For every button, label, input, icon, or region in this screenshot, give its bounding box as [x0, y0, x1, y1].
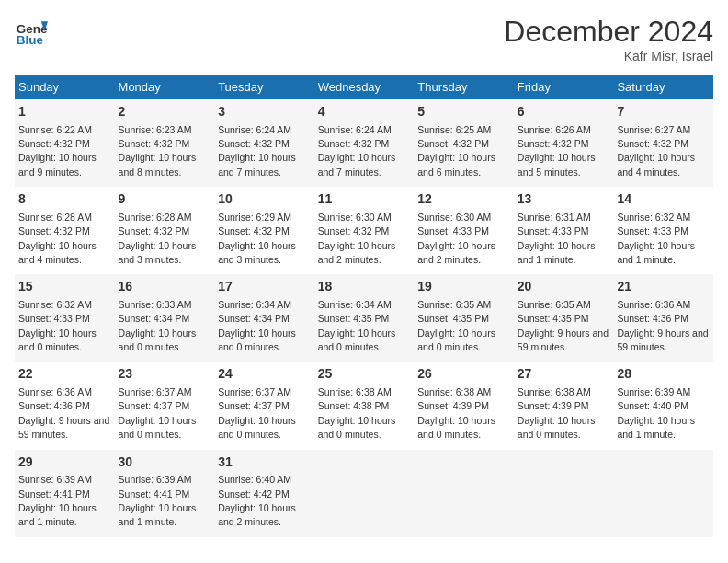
- day-info: Sunrise: 6:24 AMSunset: 4:32 PMDaylight:…: [318, 124, 396, 178]
- day-number: 15: [18, 278, 111, 296]
- day-info: Sunrise: 6:24 AMSunset: 4:32 PMDaylight:…: [218, 124, 296, 178]
- day-number: 31: [218, 454, 311, 472]
- day-number: 7: [617, 103, 710, 121]
- day-number: 19: [417, 278, 510, 296]
- calendar-week-2: 8 Sunrise: 6:28 AMSunset: 4:32 PMDayligh…: [15, 187, 713, 274]
- day-info: Sunrise: 6:32 AMSunset: 4:33 PMDaylight:…: [18, 299, 97, 352]
- day-number: 12: [417, 190, 510, 209]
- day-info: Sunrise: 6:30 AMSunset: 4:32 PMDaylight:…: [318, 212, 396, 265]
- day-number: 16: [119, 278, 211, 296]
- calendar-cell: 9 Sunrise: 6:28 AMSunset: 4:32 PMDayligh…: [115, 187, 215, 274]
- calendar-cell: [613, 450, 713, 537]
- calendar-cell: 16 Sunrise: 6:33 AMSunset: 4:34 PMDaylig…: [115, 274, 215, 362]
- day-number: 13: [518, 190, 610, 209]
- logo-icon: General Blue: [15, 15, 48, 48]
- calendar-cell: 25 Sunrise: 6:38 AMSunset: 4:38 PMDaylig…: [314, 362, 415, 449]
- calendar-cell: 5 Sunrise: 6:25 AMSunset: 4:32 PMDayligh…: [414, 99, 514, 187]
- calendar-cell: 14 Sunrise: 6:32 AMSunset: 4:33 PMDaylig…: [613, 187, 713, 274]
- calendar-cell: 10 Sunrise: 6:29 AMSunset: 4:32 PMDaylig…: [214, 187, 314, 274]
- day-info: Sunrise: 6:26 AMSunset: 4:32 PMDaylight:…: [518, 124, 596, 178]
- calendar-week-5: 29 Sunrise: 6:39 AMSunset: 4:41 PMDaylig…: [15, 450, 713, 537]
- day-info: Sunrise: 6:28 AMSunset: 4:32 PMDaylight:…: [119, 212, 197, 265]
- day-info: Sunrise: 6:35 AMSunset: 4:35 PMDaylight:…: [417, 299, 495, 352]
- day-number: 18: [318, 278, 411, 296]
- calendar-cell: 7 Sunrise: 6:27 AMSunset: 4:32 PMDayligh…: [613, 99, 713, 187]
- logo: General Blue: [15, 15, 48, 48]
- day-info: Sunrise: 6:29 AMSunset: 4:32 PMDaylight:…: [218, 212, 296, 265]
- calendar-table: SundayMondayTuesdayWednesdayThursdayFrid…: [15, 75, 713, 537]
- weekday-header-friday: Friday: [514, 75, 614, 99]
- page-header: General Blue December 2024 Kafr Misr, Is…: [15, 15, 713, 63]
- day-info: Sunrise: 6:38 AMSunset: 4:39 PMDaylight:…: [417, 386, 495, 440]
- day-info: Sunrise: 6:37 AMSunset: 4:37 PMDaylight:…: [218, 386, 296, 440]
- day-number: 20: [518, 278, 610, 296]
- weekday-header-monday: Monday: [115, 75, 215, 99]
- calendar-cell: 31 Sunrise: 6:40 AMSunset: 4:42 PMDaylig…: [214, 450, 314, 537]
- day-info: Sunrise: 6:39 AMSunset: 4:40 PMDaylight:…: [617, 386, 695, 440]
- location: Kafr Misr, Israel: [504, 49, 713, 63]
- calendar-week-1: 1 Sunrise: 6:22 AMSunset: 4:32 PMDayligh…: [15, 99, 713, 187]
- weekday-header-sunday: Sunday: [15, 75, 115, 99]
- title-area: December 2024 Kafr Misr, Israel: [504, 15, 713, 63]
- day-info: Sunrise: 6:35 AMSunset: 4:35 PMDaylight:…: [518, 299, 609, 352]
- day-number: 29: [18, 454, 111, 472]
- month-title: December 2024: [504, 15, 713, 49]
- calendar-cell: 13 Sunrise: 6:31 AMSunset: 4:33 PMDaylig…: [514, 187, 614, 274]
- day-number: 6: [518, 103, 610, 121]
- weekday-header-row: SundayMondayTuesdayWednesdayThursdayFrid…: [15, 75, 713, 99]
- calendar-cell: 15 Sunrise: 6:32 AMSunset: 4:33 PMDaylig…: [15, 274, 115, 362]
- day-number: 11: [318, 190, 411, 209]
- day-info: Sunrise: 6:28 AMSunset: 4:32 PMDaylight:…: [18, 212, 97, 265]
- day-info: Sunrise: 6:39 AMSunset: 4:41 PMDaylight:…: [18, 474, 97, 527]
- calendar-cell: 30 Sunrise: 6:39 AMSunset: 4:41 PMDaylig…: [115, 450, 215, 537]
- calendar-cell: 3 Sunrise: 6:24 AMSunset: 4:32 PMDayligh…: [214, 99, 314, 187]
- calendar-cell: 24 Sunrise: 6:37 AMSunset: 4:37 PMDaylig…: [214, 362, 314, 449]
- day-info: Sunrise: 6:27 AMSunset: 4:32 PMDaylight:…: [617, 124, 695, 178]
- day-number: 23: [119, 365, 211, 384]
- day-number: 28: [617, 365, 710, 384]
- calendar-cell: 2 Sunrise: 6:23 AMSunset: 4:32 PMDayligh…: [115, 99, 215, 187]
- day-info: Sunrise: 6:36 AMSunset: 4:36 PMDaylight:…: [18, 386, 109, 440]
- day-number: 14: [617, 190, 710, 209]
- day-info: Sunrise: 6:34 AMSunset: 4:35 PMDaylight:…: [318, 299, 396, 352]
- day-number: 17: [218, 278, 311, 296]
- calendar-cell: 17 Sunrise: 6:34 AMSunset: 4:34 PMDaylig…: [214, 274, 314, 362]
- day-number: 10: [218, 190, 311, 209]
- day-info: Sunrise: 6:22 AMSunset: 4:32 PMDaylight:…: [18, 124, 97, 178]
- day-info: Sunrise: 6:33 AMSunset: 4:34 PMDaylight:…: [119, 299, 197, 352]
- day-number: 21: [617, 278, 710, 296]
- day-number: 8: [18, 190, 111, 209]
- day-info: Sunrise: 6:34 AMSunset: 4:34 PMDaylight:…: [218, 299, 296, 352]
- day-number: 9: [119, 190, 211, 209]
- day-info: Sunrise: 6:37 AMSunset: 4:37 PMDaylight:…: [119, 386, 197, 440]
- calendar-cell: 1 Sunrise: 6:22 AMSunset: 4:32 PMDayligh…: [15, 99, 115, 187]
- weekday-header-tuesday: Tuesday: [214, 75, 314, 99]
- day-number: 30: [119, 454, 211, 472]
- calendar-cell: 6 Sunrise: 6:26 AMSunset: 4:32 PMDayligh…: [514, 99, 614, 187]
- day-number: 26: [417, 365, 510, 384]
- calendar-cell: 20 Sunrise: 6:35 AMSunset: 4:35 PMDaylig…: [514, 274, 614, 362]
- day-info: Sunrise: 6:36 AMSunset: 4:36 PMDaylight:…: [617, 299, 708, 352]
- day-info: Sunrise: 6:40 AMSunset: 4:42 PMDaylight:…: [218, 474, 296, 527]
- calendar-cell: 11 Sunrise: 6:30 AMSunset: 4:32 PMDaylig…: [314, 187, 415, 274]
- weekday-header-wednesday: Wednesday: [314, 75, 415, 99]
- calendar-week-4: 22 Sunrise: 6:36 AMSunset: 4:36 PMDaylig…: [15, 362, 713, 449]
- calendar-week-3: 15 Sunrise: 6:32 AMSunset: 4:33 PMDaylig…: [15, 274, 713, 362]
- calendar-cell: 19 Sunrise: 6:35 AMSunset: 4:35 PMDaylig…: [414, 274, 514, 362]
- calendar-cell: 28 Sunrise: 6:39 AMSunset: 4:40 PMDaylig…: [613, 362, 713, 449]
- calendar-cell: 27 Sunrise: 6:38 AMSunset: 4:39 PMDaylig…: [514, 362, 614, 449]
- calendar-cell: 8 Sunrise: 6:28 AMSunset: 4:32 PMDayligh…: [15, 187, 115, 274]
- day-info: Sunrise: 6:25 AMSunset: 4:32 PMDaylight:…: [417, 124, 495, 178]
- calendar-cell: [314, 450, 415, 537]
- day-number: 24: [218, 365, 311, 384]
- day-number: 3: [218, 103, 311, 121]
- day-number: 2: [119, 103, 211, 121]
- calendar-cell: 4 Sunrise: 6:24 AMSunset: 4:32 PMDayligh…: [314, 99, 415, 187]
- day-number: 27: [518, 365, 610, 384]
- calendar-cell: 23 Sunrise: 6:37 AMSunset: 4:37 PMDaylig…: [115, 362, 215, 449]
- day-info: Sunrise: 6:38 AMSunset: 4:38 PMDaylight:…: [318, 386, 396, 440]
- weekday-header-saturday: Saturday: [613, 75, 713, 99]
- day-number: 22: [18, 365, 111, 384]
- day-info: Sunrise: 6:23 AMSunset: 4:32 PMDaylight:…: [119, 124, 197, 178]
- day-info: Sunrise: 6:39 AMSunset: 4:41 PMDaylight:…: [119, 474, 197, 527]
